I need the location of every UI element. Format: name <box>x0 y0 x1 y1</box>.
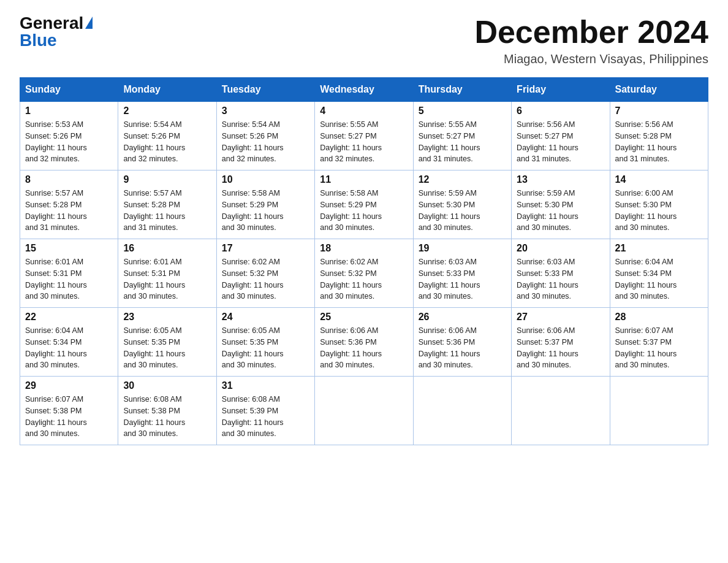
day-number: 5 <box>419 105 506 117</box>
day-info: Sunrise: 5:53 AM Sunset: 5:26 PM Dayligh… <box>25 119 113 165</box>
calendar-week-row: 1 Sunrise: 5:53 AM Sunset: 5:26 PM Dayli… <box>20 102 708 170</box>
calendar-cell: 12 Sunrise: 5:59 AM Sunset: 5:30 PM Dayl… <box>413 170 511 239</box>
calendar-header-saturday: Saturday <box>610 78 708 102</box>
calendar-header-sunday: Sunday <box>20 78 118 102</box>
calendar-cell: 29 Sunrise: 6:07 AM Sunset: 5:38 PM Dayl… <box>20 377 118 445</box>
day-number: 12 <box>419 174 506 185</box>
logo-blue: Blue <box>20 32 57 49</box>
day-number: 19 <box>419 243 506 254</box>
calendar-cell: 4 Sunrise: 5:55 AM Sunset: 5:27 PM Dayli… <box>315 102 413 170</box>
calendar-cell: 18 Sunrise: 6:02 AM Sunset: 5:32 PM Dayl… <box>315 239 413 308</box>
day-info: Sunrise: 5:56 AM Sunset: 5:27 PM Dayligh… <box>517 119 604 165</box>
calendar-week-row: 29 Sunrise: 6:07 AM Sunset: 5:38 PM Dayl… <box>20 377 708 445</box>
day-number: 2 <box>123 105 211 117</box>
calendar-cell: 23 Sunrise: 6:05 AM Sunset: 5:35 PM Dayl… <box>118 308 216 377</box>
day-number: 26 <box>419 312 506 323</box>
day-number: 22 <box>25 312 113 323</box>
calendar-header-friday: Friday <box>512 78 610 102</box>
day-number: 29 <box>25 380 113 391</box>
day-number: 27 <box>517 312 604 323</box>
page-header: General Blue December 2024 Miagao, Weste… <box>20 15 708 66</box>
calendar-cell: 22 Sunrise: 6:04 AM Sunset: 5:34 PM Dayl… <box>20 308 118 377</box>
day-info: Sunrise: 6:07 AM Sunset: 5:38 PM Dayligh… <box>25 394 113 440</box>
day-number: 9 <box>123 174 211 185</box>
day-number: 20 <box>517 243 604 254</box>
calendar-cell: 14 Sunrise: 6:00 AM Sunset: 5:30 PM Dayl… <box>610 170 708 239</box>
calendar-cell: 30 Sunrise: 6:08 AM Sunset: 5:38 PM Dayl… <box>118 377 216 445</box>
calendar-cell <box>610 377 708 445</box>
calendar-cell: 20 Sunrise: 6:03 AM Sunset: 5:33 PM Dayl… <box>512 239 610 308</box>
day-info: Sunrise: 5:55 AM Sunset: 5:27 PM Dayligh… <box>419 119 506 165</box>
day-info: Sunrise: 6:03 AM Sunset: 5:33 PM Dayligh… <box>517 256 604 302</box>
calendar-cell: 27 Sunrise: 6:06 AM Sunset: 5:37 PM Dayl… <box>512 308 610 377</box>
day-info: Sunrise: 6:00 AM Sunset: 5:30 PM Dayligh… <box>615 188 703 234</box>
calendar-week-row: 22 Sunrise: 6:04 AM Sunset: 5:34 PM Dayl… <box>20 308 708 377</box>
day-number: 28 <box>615 312 703 323</box>
calendar-header-tuesday: Tuesday <box>216 78 314 102</box>
day-info: Sunrise: 5:59 AM Sunset: 5:30 PM Dayligh… <box>517 188 604 234</box>
day-number: 11 <box>320 174 408 185</box>
calendar-cell: 5 Sunrise: 5:55 AM Sunset: 5:27 PM Dayli… <box>413 102 511 170</box>
day-number: 31 <box>222 380 309 391</box>
calendar-week-row: 15 Sunrise: 6:01 AM Sunset: 5:31 PM Dayl… <box>20 239 708 308</box>
day-info: Sunrise: 6:02 AM Sunset: 5:32 PM Dayligh… <box>222 256 309 302</box>
day-info: Sunrise: 6:06 AM Sunset: 5:36 PM Dayligh… <box>320 325 408 371</box>
title-section: December 2024 Miagao, Western Visayas, P… <box>474 15 708 66</box>
day-info: Sunrise: 5:57 AM Sunset: 5:28 PM Dayligh… <box>25 188 113 234</box>
day-number: 30 <box>123 380 211 391</box>
day-info: Sunrise: 6:05 AM Sunset: 5:35 PM Dayligh… <box>222 325 309 371</box>
day-info: Sunrise: 5:58 AM Sunset: 5:29 PM Dayligh… <box>222 188 309 234</box>
day-info: Sunrise: 5:59 AM Sunset: 5:30 PM Dayligh… <box>419 188 506 234</box>
day-number: 24 <box>222 312 309 323</box>
calendar-cell: 11 Sunrise: 5:58 AM Sunset: 5:29 PM Dayl… <box>315 170 413 239</box>
logo: General Blue <box>20 15 93 49</box>
day-info: Sunrise: 6:04 AM Sunset: 5:34 PM Dayligh… <box>615 256 703 302</box>
calendar-cell: 24 Sunrise: 6:05 AM Sunset: 5:35 PM Dayl… <box>216 308 314 377</box>
day-number: 17 <box>222 243 309 254</box>
calendar-cell: 8 Sunrise: 5:57 AM Sunset: 5:28 PM Dayli… <box>20 170 118 239</box>
day-number: 4 <box>320 105 408 117</box>
day-info: Sunrise: 6:08 AM Sunset: 5:39 PM Dayligh… <box>222 394 309 440</box>
calendar-body: 1 Sunrise: 5:53 AM Sunset: 5:26 PM Dayli… <box>20 102 708 445</box>
day-number: 15 <box>25 243 113 254</box>
calendar-cell: 1 Sunrise: 5:53 AM Sunset: 5:26 PM Dayli… <box>20 102 118 170</box>
day-info: Sunrise: 6:02 AM Sunset: 5:32 PM Dayligh… <box>320 256 408 302</box>
day-number: 6 <box>517 105 604 117</box>
calendar-header-wednesday: Wednesday <box>315 78 413 102</box>
calendar-cell: 25 Sunrise: 6:06 AM Sunset: 5:36 PM Dayl… <box>315 308 413 377</box>
calendar-cell: 10 Sunrise: 5:58 AM Sunset: 5:29 PM Dayl… <box>216 170 314 239</box>
day-number: 8 <box>25 174 113 185</box>
calendar-cell <box>413 377 511 445</box>
calendar-header-thursday: Thursday <box>413 78 511 102</box>
calendar-cell: 21 Sunrise: 6:04 AM Sunset: 5:34 PM Dayl… <box>610 239 708 308</box>
day-info: Sunrise: 6:04 AM Sunset: 5:34 PM Dayligh… <box>25 325 113 371</box>
calendar-cell <box>315 377 413 445</box>
calendar-cell: 13 Sunrise: 5:59 AM Sunset: 5:30 PM Dayl… <box>512 170 610 239</box>
day-number: 18 <box>320 243 408 254</box>
day-info: Sunrise: 5:58 AM Sunset: 5:29 PM Dayligh… <box>320 188 408 234</box>
calendar-cell: 31 Sunrise: 6:08 AM Sunset: 5:39 PM Dayl… <box>216 377 314 445</box>
day-number: 16 <box>123 243 211 254</box>
month-title: December 2024 <box>474 15 708 50</box>
day-info: Sunrise: 6:08 AM Sunset: 5:38 PM Dayligh… <box>123 394 211 440</box>
calendar-week-row: 8 Sunrise: 5:57 AM Sunset: 5:28 PM Dayli… <box>20 170 708 239</box>
day-info: Sunrise: 6:05 AM Sunset: 5:35 PM Dayligh… <box>123 325 211 371</box>
day-info: Sunrise: 5:55 AM Sunset: 5:27 PM Dayligh… <box>320 119 408 165</box>
day-info: Sunrise: 5:56 AM Sunset: 5:28 PM Dayligh… <box>615 119 703 165</box>
day-info: Sunrise: 5:57 AM Sunset: 5:28 PM Dayligh… <box>123 188 211 234</box>
day-info: Sunrise: 6:06 AM Sunset: 5:37 PM Dayligh… <box>517 325 604 371</box>
day-info: Sunrise: 6:07 AM Sunset: 5:37 PM Dayligh… <box>615 325 703 371</box>
day-number: 10 <box>222 174 309 185</box>
day-number: 25 <box>320 312 408 323</box>
day-number: 14 <box>615 174 703 185</box>
calendar-table: SundayMondayTuesdayWednesdayThursdayFrid… <box>20 77 708 445</box>
calendar-cell: 7 Sunrise: 5:56 AM Sunset: 5:28 PM Dayli… <box>610 102 708 170</box>
day-number: 23 <box>123 312 211 323</box>
calendar-cell: 15 Sunrise: 6:01 AM Sunset: 5:31 PM Dayl… <box>20 239 118 308</box>
day-number: 13 <box>517 174 604 185</box>
logo-general: General <box>20 15 83 32</box>
calendar-cell <box>512 377 610 445</box>
day-info: Sunrise: 5:54 AM Sunset: 5:26 PM Dayligh… <box>123 119 211 165</box>
calendar-cell: 28 Sunrise: 6:07 AM Sunset: 5:37 PM Dayl… <box>610 308 708 377</box>
calendar-cell: 2 Sunrise: 5:54 AM Sunset: 5:26 PM Dayli… <box>118 102 216 170</box>
